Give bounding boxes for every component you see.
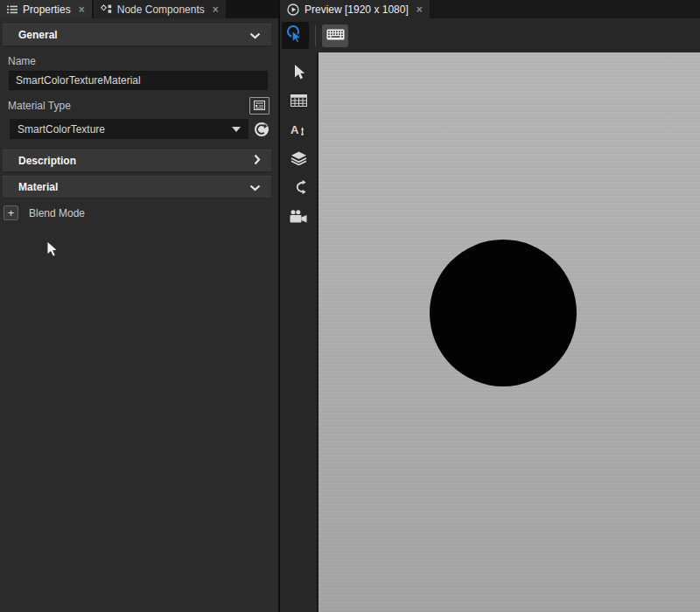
preview-tabbar: Preview [1920 x 1080] × (280, 0, 700, 18)
tab-properties[interactable]: Properties × (0, 0, 92, 18)
layers-icon (290, 151, 307, 168)
virtual-keyboard-button[interactable] (322, 24, 348, 47)
section-description[interactable]: Description (3, 150, 271, 172)
tab-label: Node Components (117, 3, 205, 16)
name-label: Name (8, 55, 278, 67)
blend-mode-label: Blend Mode (29, 207, 85, 219)
toolbar-separator (315, 25, 316, 46)
section-material[interactable]: Material (3, 176, 271, 198)
tab-preview[interactable]: Preview [1920 x 1080] × (280, 0, 430, 18)
video-camera-icon (290, 210, 307, 226)
section-title: General (18, 29, 58, 41)
cursor-arrow-icon (291, 64, 305, 83)
chevron-down-icon (249, 179, 261, 195)
material-type-label: Material Type (8, 100, 71, 112)
svg-text:A: A (290, 123, 299, 136)
add-blend-mode-button[interactable]: + (4, 205, 18, 220)
connections-tool-button[interactable] (283, 174, 314, 203)
form-icon (254, 100, 265, 113)
grid-table-icon (290, 94, 307, 109)
tab-label: Properties (23, 3, 71, 16)
properties-body: General Name Material Type (0, 18, 278, 612)
section-general[interactable]: General (3, 24, 271, 46)
camera-tool-button[interactable] (283, 203, 314, 232)
play-circle-icon (287, 3, 299, 16)
section-title: Material (18, 181, 58, 193)
text-tool-button[interactable]: A (283, 116, 314, 145)
keyboard-icon (326, 29, 345, 43)
tab-label: Preview [1920 x 1080] (304, 3, 409, 16)
close-icon[interactable]: × (79, 4, 85, 15)
properties-panel: Properties × Node Components × General (0, 0, 278, 612)
name-input[interactable] (9, 71, 268, 90)
grid-tool-button[interactable] (283, 87, 314, 116)
close-icon[interactable]: × (416, 4, 423, 15)
scene-black-circle (430, 240, 577, 386)
app-window: Properties × Node Components × General (0, 0, 700, 612)
left-tabbar: Properties × Node Components × (0, 0, 278, 18)
branch-arrows-icon (291, 179, 306, 198)
material-type-dropdown[interactable]: SmartColorTexture (10, 119, 248, 139)
click-cursor-icon (285, 24, 305, 47)
preview-panel: Preview [1920 x 1080] × (280, 0, 700, 612)
close-icon[interactable]: × (213, 4, 219, 15)
preview-toolbar (280, 18, 700, 52)
blend-mode-row: + Blend Mode (4, 205, 278, 220)
preview-viewport[interactable] (317, 52, 700, 612)
preview-main: A (280, 52, 700, 612)
components-icon (101, 4, 112, 14)
dropdown-value: SmartColorTexture (18, 123, 105, 136)
select-tool-button[interactable] (283, 59, 314, 87)
text-node-icon: A (290, 122, 306, 139)
layers-tool-button[interactable] (283, 145, 314, 174)
interaction-mode-button[interactable] (282, 22, 309, 49)
list-icon (7, 5, 18, 14)
section-title: Description (18, 155, 76, 167)
chevron-right-icon (254, 153, 261, 169)
revert-icon (254, 122, 270, 137)
tab-node-components[interactable]: Node Components × (94, 0, 226, 18)
dropdown-caret-icon (232, 127, 241, 132)
revert-to-default-button[interactable] (254, 122, 270, 137)
chevron-down-icon (249, 27, 261, 43)
material-type-editor-button[interactable] (249, 97, 270, 115)
preview-side-toolbar: A (280, 52, 317, 612)
